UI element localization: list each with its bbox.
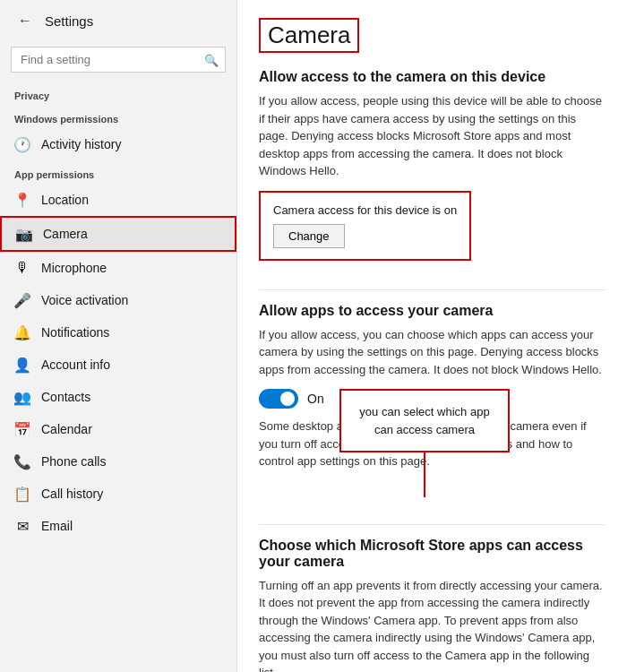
camera-icon: 📷 — [16, 226, 32, 242]
account-info-icon: 👤 — [14, 357, 30, 373]
search-box: 🔍 — [11, 47, 226, 73]
contacts-label: Contacts — [41, 390, 90, 404]
sidebar-item-contacts[interactable]: 👥 Contacts — [0, 381, 236, 413]
sidebar-item-activity-history[interactable]: 🕐 Activity history — [0, 128, 236, 160]
call-history-label: Call history — [41, 487, 103, 501]
phone-calls-icon: 📞 — [14, 453, 30, 470]
sidebar-item-location[interactable]: 📍 Location — [0, 184, 236, 216]
microphone-label: Microphone — [41, 261, 107, 275]
device-access-label: Camera access for this device is on — [273, 203, 457, 217]
phone-calls-label: Phone calls — [41, 454, 106, 469]
voice-activation-icon: 🎤 — [14, 292, 30, 308]
calendar-icon: 📅 — [14, 421, 30, 437]
activity-history-label: Activity history — [41, 137, 121, 151]
sidebar-item-microphone[interactable]: 🎙 Microphone — [0, 252, 236, 284]
sidebar-item-call-history[interactable]: 📋 Call history — [0, 478, 236, 510]
call-history-icon: 📋 — [14, 486, 30, 502]
activity-history-icon: 🕐 — [14, 136, 30, 152]
sidebar-item-account-info[interactable]: 👤 Account info — [0, 349, 236, 381]
page-title: Camera — [259, 18, 359, 53]
sidebar-item-camera[interactable]: 📷 Camera — [0, 216, 236, 252]
notifications-label: Notifications — [41, 325, 109, 340]
voice-activation-label: Voice activation — [41, 293, 128, 307]
microphone-icon: 🎙 — [14, 260, 30, 276]
account-info-label: Account info — [41, 358, 110, 372]
windows-permissions-label: Windows permissions — [0, 105, 236, 128]
sidebar-item-notifications[interactable]: 🔔 Notifications — [0, 316, 236, 349]
apps-toggle-knob — [280, 392, 295, 406]
main-content: Camera Allow access to the camera on thi… — [237, 0, 627, 672]
email-label: Email — [41, 519, 73, 533]
email-icon: ✉ — [14, 518, 30, 534]
allow-device-text: If you allow access, people using this d… — [259, 92, 606, 180]
tooltip-text: you can select which app can access came… — [359, 405, 489, 436]
choose-text: Turning off an app prevents it from dire… — [259, 577, 606, 673]
allow-apps-heading: Allow apps to access your camera — [259, 303, 606, 319]
choose-heading: Choose which Microsoft Store apps can ac… — [259, 538, 606, 570]
tooltip-tail-line — [424, 452, 425, 497]
allow-apps-text: If you allow access, you can choose whic… — [259, 326, 606, 379]
tooltip-tail — [339, 452, 510, 497]
contacts-icon: 👥 — [14, 389, 30, 405]
camera-label: Camera — [43, 227, 88, 241]
calendar-label: Calendar — [41, 422, 92, 436]
divider-1 — [259, 289, 606, 290]
notifications-icon: 🔔 — [14, 324, 30, 340]
sidebar: ← Settings 🔍 Privacy Windows permissions… — [0, 0, 237, 672]
sidebar-item-voice-activation[interactable]: 🎤 Voice activation — [0, 284, 236, 316]
device-access-box: Camera access for this device is on Chan… — [259, 191, 471, 261]
sidebar-item-phone-calls[interactable]: 📞 Phone calls — [0, 445, 236, 478]
location-label: Location — [41, 193, 89, 207]
change-button[interactable]: Change — [273, 224, 345, 248]
app-permissions-label: App permissions — [0, 160, 236, 184]
location-icon: 📍 — [14, 192, 30, 208]
sidebar-item-calendar[interactable]: 📅 Calendar — [0, 413, 236, 445]
divider-2 — [259, 524, 606, 525]
choose-section: Choose which Microsoft Store apps can ac… — [259, 538, 606, 673]
back-button[interactable]: ← — [14, 9, 36, 32]
apps-toggle[interactable] — [259, 389, 298, 409]
sidebar-item-email[interactable]: ✉ Email — [0, 510, 236, 542]
tooltip-container: you can select which app can access came… — [339, 389, 510, 497]
tooltip-box: you can select which app can access came… — [339, 389, 510, 452]
privacy-label: Privacy — [0, 82, 236, 105]
sidebar-header: ← Settings — [0, 0, 236, 41]
sidebar-app-title: Settings — [45, 13, 93, 29]
allow-device-heading: Allow access to the camera on this devic… — [259, 69, 606, 85]
apps-toggle-label: On — [307, 392, 324, 406]
search-icon: 🔍 — [204, 53, 219, 66]
search-input[interactable] — [11, 47, 226, 73]
